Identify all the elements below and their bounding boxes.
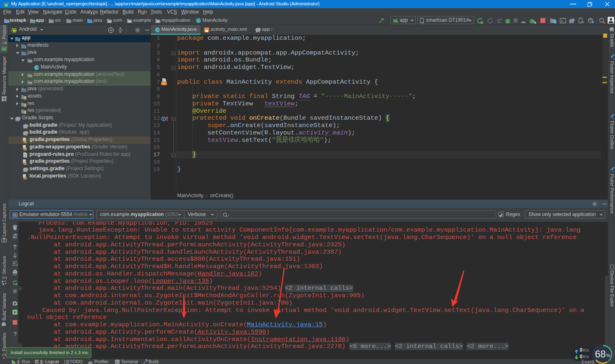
svg-text:C: C <box>35 66 38 70</box>
svg-text:C: C <box>197 19 200 23</box>
svg-text:<>: <> <box>162 82 166 85</box>
svg-text:C: C <box>156 28 159 32</box>
